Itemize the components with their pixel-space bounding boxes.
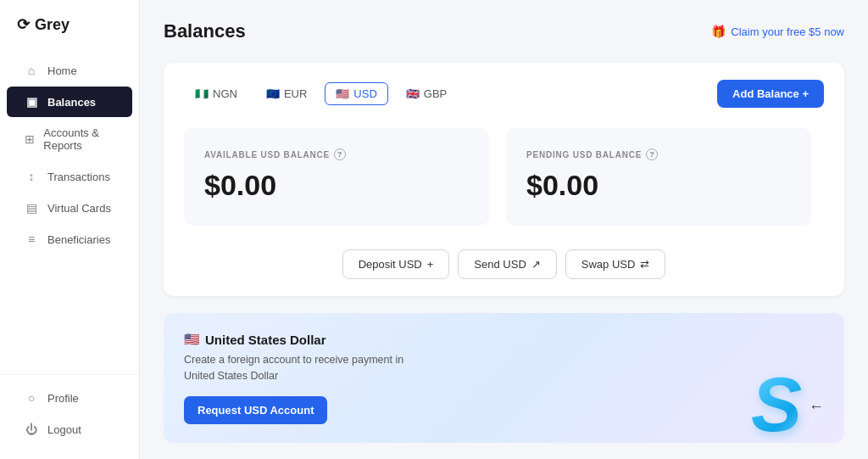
sidebar-item-logout[interactable]: ⏻Logout	[7, 414, 132, 445]
sidebar-label-home: Home	[47, 64, 77, 77]
help-icon-pending[interactable]: ?	[646, 148, 658, 160]
currency-tab-usd[interactable]: 🇺🇸USD	[325, 82, 387, 105]
info-banner: 🇺🇸 United States Dollar Create a foreign…	[164, 313, 844, 443]
currency-tab-gbp[interactable]: 🇬🇧GBP	[395, 82, 458, 105]
balance-amount-available: $0.00	[204, 169, 469, 202]
banner-content: 🇺🇸 United States Dollar Create a foreign…	[184, 332, 802, 424]
sidebar-item-accounts-reports[interactable]: ⊞Accounts & Reports	[7, 118, 132, 160]
balance-panel-available: AVAILABLE USD BALANCE ? $0.00	[184, 128, 489, 226]
deposit-button[interactable]: Deposit USD+	[342, 249, 450, 279]
request-usd-account-button[interactable]: Request USD Account	[184, 396, 327, 424]
deposit-icon: +	[427, 258, 434, 271]
main-header: Balances 🎁 Claim your free $5 now	[164, 20, 844, 42]
balance-card: 🇳🇬NGN🇪🇺EUR🇺🇸USD🇬🇧GBPAdd Balance + AVAILA…	[164, 63, 844, 296]
claim-free-button[interactable]: 🎁 Claim your free $5 now	[711, 25, 844, 38]
sidebar-item-profile[interactable]: ○Profile	[7, 383, 132, 413]
balances-icon: ▣	[24, 95, 39, 109]
deposit-label: Deposit USD	[359, 258, 422, 271]
send-icon: ↗	[531, 258, 541, 271]
logo-icon: ⟳	[17, 15, 30, 34]
banner-description: Create a foreign account to receive paym…	[184, 352, 421, 384]
sidebar-item-beneficiaries[interactable]: ≡Beneficiaries	[7, 224, 132, 255]
sidebar-nav: ⌂Home▣Balances⊞Accounts & Reports↕Transa…	[0, 48, 139, 374]
beneficiaries-icon: ≡	[24, 232, 39, 246]
sidebar-label-logout: Logout	[47, 423, 81, 436]
ngn-flag: 🇳🇬	[195, 87, 209, 100]
transactions-icon: ↕	[24, 170, 39, 183]
logo: ⟳ Grey	[0, 0, 139, 48]
sidebar-label-profile: Profile	[47, 392, 79, 405]
s-letter: S	[751, 367, 802, 443]
swap-button[interactable]: Swap USD⇄	[565, 249, 666, 279]
claim-label: Claim your free $5 now	[731, 25, 844, 38]
sidebar-label-virtual-cards: Virtual Cards	[47, 202, 111, 215]
swap-label: Swap USD	[581, 258, 636, 271]
gift-icon: 🎁	[711, 25, 726, 38]
sidebar: ⟳ Grey ⌂Home▣Balances⊞Accounts & Reports…	[0, 0, 140, 459]
page-title: Balances	[164, 20, 246, 42]
accounts-reports-icon: ⊞	[24, 132, 35, 146]
gbp-label: GBP	[424, 87, 447, 100]
balance-amount-pending: $0.00	[526, 169, 791, 202]
sidebar-bottom: ○Profile⏻Logout	[0, 374, 139, 459]
eur-flag: 🇪🇺	[266, 87, 280, 100]
help-icon-available[interactable]: ?	[334, 148, 346, 160]
currency-tab-eur[interactable]: 🇪🇺EUR	[255, 82, 318, 105]
banner-title: 🇺🇸 United States Dollar	[184, 332, 802, 347]
main-content: Balances 🎁 Claim your free $5 now 🇳🇬NGN🇪…	[140, 0, 868, 459]
currency-tabs: 🇳🇬NGN🇪🇺EUR🇺🇸USD🇬🇧GBPAdd Balance +	[184, 80, 824, 108]
usd-label: USD	[353, 87, 376, 100]
balance-label-available: AVAILABLE USD BALANCE ?	[204, 148, 469, 160]
gbp-flag: 🇬🇧	[406, 87, 420, 100]
sidebar-item-balances[interactable]: ▣Balances	[7, 87, 132, 117]
add-balance-button[interactable]: Add Balance +	[717, 80, 824, 108]
eur-label: EUR	[284, 87, 307, 100]
sidebar-item-transactions[interactable]: ↕Transactions	[7, 161, 132, 192]
send-label: Send USD	[474, 258, 526, 271]
balance-panels: AVAILABLE USD BALANCE ? $0.00 PENDING US…	[184, 128, 824, 226]
banner-flag: 🇺🇸	[184, 332, 200, 347]
ngn-label: NGN	[213, 87, 237, 100]
sidebar-item-home[interactable]: ⌂Home	[7, 55, 132, 86]
profile-icon: ○	[24, 391, 39, 405]
send-button[interactable]: Send USD↗	[458, 249, 556, 279]
balance-label-pending: PENDING USD BALANCE ?	[526, 148, 791, 160]
sidebar-label-balances: Balances	[47, 96, 96, 109]
balance-panel-pending: PENDING USD BALANCE ? $0.00	[506, 128, 811, 226]
logout-icon: ⏻	[24, 423, 39, 436]
sidebar-label-transactions: Transactions	[47, 171, 110, 183]
sidebar-item-virtual-cards[interactable]: ▤Virtual Cards	[7, 193, 132, 223]
virtual-cards-icon: ▤	[24, 201, 39, 215]
currency-tab-ngn[interactable]: 🇳🇬NGN	[184, 82, 248, 105]
usd-flag: 🇺🇸	[336, 87, 349, 100]
sidebar-label-beneficiaries: Beneficiaries	[47, 233, 110, 246]
home-icon: ⌂	[24, 64, 39, 77]
sidebar-label-accounts-reports: Accounts & Reports	[43, 126, 115, 152]
action-buttons: Deposit USD+Send USD↗Swap USD⇄	[184, 249, 824, 279]
swap-icon: ⇄	[640, 258, 649, 271]
logo-text: Grey	[35, 16, 70, 34]
s-logo-decoration: S	[726, 350, 827, 443]
